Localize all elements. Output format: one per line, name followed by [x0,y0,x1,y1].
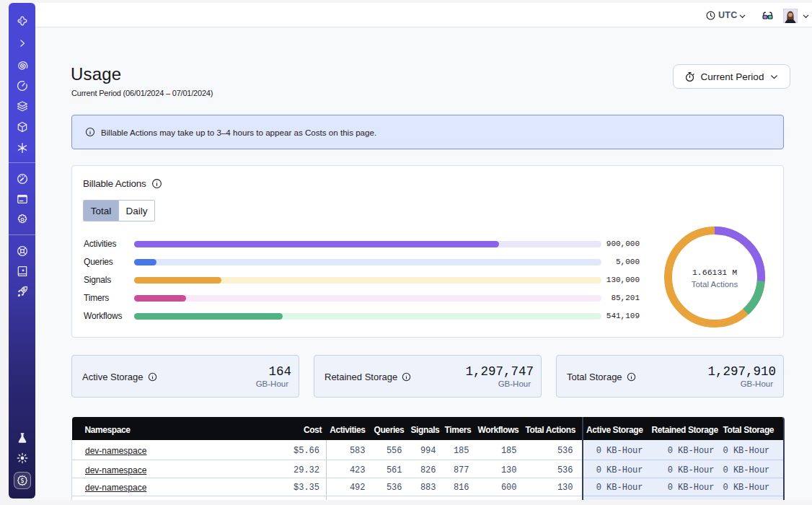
svg-text:1.66131 M: 1.66131 M [692,268,737,277]
svg-text:Total Actions: Total Actions [692,280,738,289]
